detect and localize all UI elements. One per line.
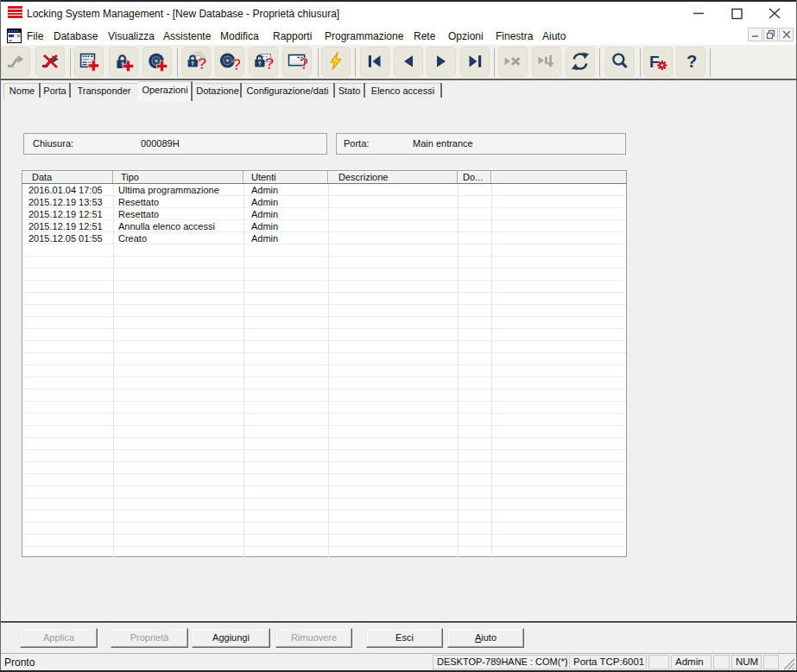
svg-text:?: ? — [300, 54, 308, 72]
svg-text:?: ? — [232, 55, 241, 73]
svg-text:?: ? — [686, 52, 697, 71]
svg-text:?: ? — [198, 54, 207, 72]
svg-text:?: ? — [265, 54, 275, 72]
svg-text:F: F — [649, 53, 660, 71]
